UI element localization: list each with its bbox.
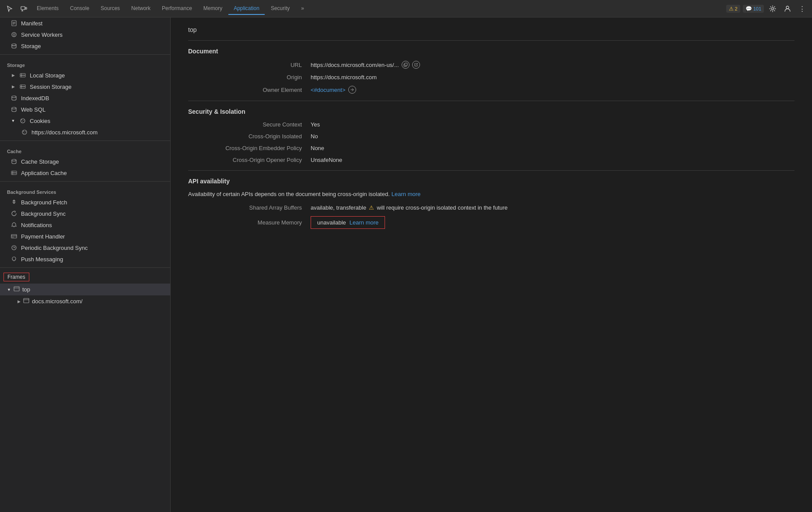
- sidebar-item-web-sql[interactable]: Web SQL: [0, 104, 170, 115]
- sidebar-item-frame-top[interactable]: ▼ top: [0, 284, 170, 295]
- sidebar-divider-2: [0, 140, 170, 141]
- owner-element-link[interactable]: <#document>: [311, 87, 346, 93]
- user-icon[interactable]: [781, 3, 794, 15]
- svg-point-5: [786, 6, 789, 9]
- sidebar-item-cache-storage[interactable]: Cache Storage: [0, 156, 170, 167]
- cookies-url-icon: [21, 129, 28, 136]
- secure-context-label: Secure Context: [188, 121, 311, 128]
- document-section: Document URL https://docs.microsoft.com/…: [188, 48, 794, 94]
- service-workers-icon: [10, 31, 18, 38]
- svg-rect-33: [11, 171, 17, 173]
- messages-icon: 💬: [746, 6, 752, 12]
- cross-origin-isolated-row: Cross-Origin Isolated No: [188, 133, 794, 140]
- frame-top-arrow: ▼: [7, 288, 11, 292]
- service-workers-label: Service Workers: [21, 32, 63, 38]
- indexed-db-icon: [10, 95, 18, 102]
- cross-origin-embedder-value: None: [311, 145, 324, 151]
- manifest-label: Manifest: [21, 20, 42, 27]
- warning-triangle-icon: ⚠: [369, 204, 374, 211]
- push-messaging-label: Push Messaging: [21, 256, 63, 263]
- shared-array-row: Shared Array Buffers available, transfer…: [188, 204, 794, 211]
- sidebar-item-background-sync[interactable]: Background Sync: [0, 208, 170, 219]
- device-icon[interactable]: [18, 3, 30, 15]
- cross-origin-embedder-label: Cross-Origin Embedder Policy: [188, 145, 311, 151]
- tab-more[interactable]: »: [296, 3, 309, 15]
- sidebar-item-session-storage[interactable]: ▶ Session Storage: [0, 81, 170, 92]
- open-url-icon[interactable]: [412, 61, 420, 69]
- settings-icon[interactable]: [766, 3, 779, 15]
- sidebar-item-payment-handler[interactable]: Payment Handler: [0, 231, 170, 242]
- shared-array-warning-text: will require cross-origin isolated conte…: [377, 204, 508, 211]
- sidebar-item-local-storage[interactable]: ▶ Local Storage: [0, 70, 170, 81]
- cookies-label: Cookies: [30, 118, 50, 124]
- payment-handler-label: Payment Handler: [21, 233, 65, 240]
- tab-application[interactable]: Application: [228, 3, 265, 15]
- frame-top-icon: [14, 286, 20, 293]
- svg-point-39: [14, 222, 14, 223]
- sidebar-item-indexed-db[interactable]: IndexedDB: [0, 92, 170, 104]
- url-value: https://docs.microsoft.com/en-us/...: [311, 61, 420, 69]
- api-learn-more-link[interactable]: Learn more: [392, 191, 420, 197]
- warnings-badge[interactable]: ⚠ 2: [726, 5, 740, 13]
- local-storage-label: Local Storage: [30, 72, 65, 79]
- tab-sources[interactable]: Sources: [95, 3, 125, 15]
- web-sql-label: Web SQL: [21, 106, 46, 113]
- frames-label[interactable]: Frames: [4, 273, 29, 281]
- frame-docs-arrow: ▶: [18, 299, 21, 304]
- cross-origin-embedder-row: Cross-Origin Embedder Policy None: [188, 145, 794, 151]
- cross-origin-opener-value: UnsafeNone: [311, 157, 342, 163]
- cache-storage-label: Cache Storage: [21, 158, 59, 165]
- storage-label: Storage: [21, 43, 41, 49]
- more-options-icon[interactable]: ⋮: [796, 3, 808, 15]
- cursor-icon[interactable]: [4, 3, 16, 15]
- tab-console[interactable]: Console: [65, 3, 94, 15]
- svg-rect-16: [20, 74, 25, 75]
- svg-rect-52: [405, 63, 407, 66]
- svg-point-14: [12, 44, 16, 46]
- sidebar-item-storage[interactable]: Storage: [0, 40, 170, 52]
- owner-element-icon[interactable]: [348, 86, 356, 94]
- tab-security[interactable]: Security: [266, 3, 295, 15]
- sidebar-item-manifest[interactable]: Manifest: [0, 18, 170, 29]
- svg-point-31: [24, 133, 24, 133]
- messages-badge[interactable]: 💬 101: [743, 5, 764, 13]
- sidebar-item-service-workers[interactable]: Service Workers: [0, 29, 170, 40]
- content-panel: top Document URL https://docs.microsoft.…: [171, 18, 812, 512]
- background-fetch-label: Background Fetch: [21, 199, 67, 206]
- cross-origin-embedder-text: None: [311, 145, 324, 151]
- sidebar-item-application-cache[interactable]: Application Cache: [0, 167, 170, 179]
- origin-row: Origin https://docs.microsoft.com: [188, 74, 794, 81]
- divider-after-document: [188, 101, 794, 101]
- origin-label: Origin: [188, 74, 311, 81]
- measure-memory-label: Measure Memory: [188, 219, 311, 226]
- application-cache-icon: [10, 169, 18, 176]
- toolbar-tabs: Elements Console Sources Network Perform…: [32, 3, 724, 15]
- sidebar-item-background-fetch[interactable]: Background Fetch: [0, 196, 170, 208]
- divider-after-security: [188, 170, 794, 171]
- sidebar-item-frame-docs[interactable]: ▶ docs.microsoft.com/: [0, 295, 170, 307]
- sidebar-item-notifications[interactable]: Notifications: [0, 219, 170, 231]
- background-services-label: Background Services: [0, 184, 170, 196]
- api-description-text: Availability of certain APIs depends on …: [188, 191, 390, 197]
- svg-rect-34: [11, 173, 17, 175]
- messages-count: 101: [753, 6, 761, 11]
- sidebar-item-cookies-url[interactable]: https://docs.microsoft.com: [0, 126, 170, 138]
- sidebar-item-push-messaging[interactable]: Push Messaging: [0, 253, 170, 265]
- storage-icon: [10, 42, 18, 49]
- frames-header: Frames: [0, 270, 170, 284]
- tab-performance[interactable]: Performance: [157, 3, 197, 15]
- tab-elements[interactable]: Elements: [32, 3, 64, 15]
- svg-point-30: [25, 131, 26, 132]
- periodic-bg-sync-label: Periodic Background Sync: [21, 245, 88, 251]
- tab-memory[interactable]: Memory: [198, 3, 228, 15]
- sidebar-item-cookies[interactable]: ▼ Cookies: [0, 115, 170, 126]
- measure-memory-learn-more[interactable]: Learn more: [350, 219, 378, 226]
- origin-value: https://docs.microsoft.com: [311, 74, 377, 81]
- svg-rect-19: [20, 85, 25, 87]
- svg-rect-49: [24, 298, 29, 303]
- shared-array-value: available, transferable ⚠ will require c…: [311, 204, 508, 211]
- warnings-count: 2: [735, 6, 738, 11]
- tab-network[interactable]: Network: [126, 3, 156, 15]
- sidebar-item-periodic-bg-sync[interactable]: Periodic Background Sync: [0, 242, 170, 253]
- copy-url-icon[interactable]: [402, 61, 410, 69]
